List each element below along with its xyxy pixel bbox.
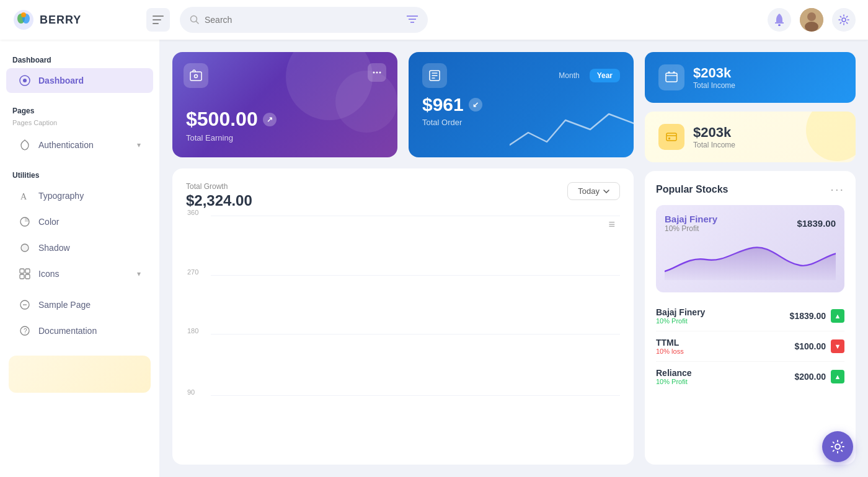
- stock-banner-profit: 10% Profit: [665, 224, 717, 233]
- sidebar-item-authentication[interactable]: Authentication ▾: [6, 133, 153, 157]
- sidebar-item-authentication-label: Authentication: [38, 140, 94, 150]
- stock-profit-1: 10% loss: [656, 348, 684, 355]
- svg-rect-26: [25, 274, 30, 279]
- card-total-order: Month Year $961 ↙ Total Order: [409, 52, 634, 157]
- notification-button[interactable]: [768, 8, 791, 32]
- sidebar-item-documentation[interactable]: ? Documentation: [6, 318, 153, 343]
- sample-page-icon: [19, 299, 31, 311]
- sidebar-item-sample-page-label: Sample Page: [38, 300, 91, 310]
- income-blue-icon: [658, 64, 684, 90]
- earning-label: Total Earning: [186, 133, 384, 142]
- stock-banner-name: Bajaj Finery: [665, 214, 717, 224]
- stock-list-item-2: Reliance 10% Profit $200.00 ▲: [656, 362, 844, 392]
- bar-chart-wrap: 360 270 180 90 ≡: [186, 216, 620, 414]
- layout: Dashboard Dashboard Pages Pages Caption …: [0, 40, 868, 477]
- svg-rect-5: [153, 19, 161, 20]
- stock-banner-top: Bajaj Finery 10% Profit $1839.00: [665, 214, 836, 233]
- sidebar-section-utilities: Utilities: [0, 166, 159, 182]
- order-tab-group: Month Year: [551, 69, 620, 82]
- main-right: $203k Total Income $203k Total Income: [645, 52, 856, 465]
- card-total-earning: $500.00 ↗ Total Earning: [172, 52, 397, 157]
- svg-point-12: [778, 24, 781, 26]
- income-blue-label: Total Income: [693, 81, 735, 90]
- chevron-down-icon: ▾: [137, 141, 141, 149]
- card-income-yellow: $203k Total Income: [645, 112, 856, 162]
- avatar[interactable]: [800, 8, 823, 32]
- svg-rect-24: [25, 269, 30, 273]
- sidebar-item-shadow[interactable]: Shadow: [6, 235, 153, 260]
- stock-info-0: Bajaj Finery 10% Profit: [656, 307, 705, 325]
- search-bar: [180, 7, 428, 33]
- svg-line-8: [197, 22, 199, 24]
- stock-list-item-1: TTML 10% loss $100.00 ▼: [656, 331, 844, 362]
- svg-rect-23: [20, 269, 24, 273]
- sidebar-item-shadow-label: Shadow: [38, 243, 70, 253]
- svg-point-34: [376, 72, 378, 74]
- card-order-top: Month Year: [422, 63, 620, 88]
- authentication-icon: [19, 139, 31, 151]
- stock-list-item-0: Bajaj Finery 10% Profit $1839.00 ▲: [656, 301, 844, 331]
- sidebar-item-icons[interactable]: Icons ▾: [6, 261, 153, 286]
- earning-arrow-badge: ↗: [263, 113, 277, 126]
- svg-rect-39: [666, 133, 676, 141]
- svg-rect-25: [20, 274, 24, 279]
- logo: BERRY: [12, 9, 136, 31]
- svg-point-3: [21, 12, 26, 17]
- stock-mini-chart: [665, 238, 836, 281]
- svg-point-15: [805, 22, 818, 32]
- sidebar-item-dashboard[interactable]: Dashboard: [6, 68, 153, 93]
- documentation-icon: ?: [19, 325, 31, 337]
- chart-amount: $2,324.00: [186, 192, 252, 209]
- stocks-header: Popular Stocks ···: [656, 182, 844, 196]
- svg-rect-37: [666, 73, 677, 82]
- sidebar-item-color-label: Color: [38, 217, 59, 227]
- month-tab-button[interactable]: Month: [551, 69, 587, 82]
- order-card-icon: [422, 63, 447, 88]
- trend-up-badge-0: ▲: [831, 309, 844, 323]
- income-yellow-icon: [658, 124, 684, 150]
- sidebar-item-documentation-label: Documentation: [38, 326, 97, 336]
- sidebar-item-sample-page[interactable]: Sample Page: [6, 292, 153, 317]
- year-tab-button[interactable]: Year: [590, 69, 620, 82]
- svg-rect-41: [668, 138, 670, 139]
- sidebar-item-typography[interactable]: A Typography: [6, 183, 153, 208]
- stock-chart-banner: Bajaj Finery 10% Profit $1839.00: [656, 205, 844, 292]
- search-filter-button[interactable]: [407, 15, 418, 25]
- sidebar-section-dashboard: Dashboard: [0, 51, 159, 67]
- stocks-title: Popular Stocks: [656, 184, 728, 195]
- svg-rect-6: [153, 23, 159, 24]
- search-input[interactable]: [205, 15, 402, 25]
- trend-up-badge-2: ▲: [831, 370, 844, 383]
- svg-point-35: [379, 72, 381, 74]
- popular-stocks-card: Popular Stocks ··· Bajaj Finery 10% Prof…: [645, 171, 856, 465]
- today-filter-button[interactable]: Today: [567, 182, 620, 200]
- logo-icon: [12, 9, 35, 31]
- stocks-menu-icon[interactable]: ···: [830, 182, 844, 196]
- chart-header: Total Growth $2,324.00 Today: [186, 182, 620, 209]
- wave-chart: [510, 102, 634, 157]
- sidebar-item-color[interactable]: Color: [6, 209, 153, 234]
- stock-right-1: $100.00 ▼: [794, 339, 844, 353]
- sidebar-item-dashboard-label: Dashboard: [38, 76, 84, 85]
- stock-right-0: $1839.00 ▲: [790, 309, 844, 323]
- fab-button[interactable]: [822, 431, 853, 462]
- dashboard-icon: [19, 74, 31, 87]
- income-yellow-label: Total Income: [693, 141, 735, 149]
- settings-button[interactable]: [832, 8, 856, 32]
- svg-text:A: A: [20, 192, 27, 201]
- stock-price-1: $100.00: [794, 341, 826, 351]
- sidebar-item-typography-label: Typography: [38, 191, 84, 201]
- income-yellow-amount: $203k: [693, 125, 735, 141]
- stock-right-2: $200.00 ▲: [794, 370, 844, 383]
- sidebar-section-pages: Pages: [0, 102, 159, 118]
- bg-pattern: [806, 112, 856, 161]
- earning-card-menu[interactable]: [368, 63, 386, 82]
- header: BERRY: [0, 0, 868, 40]
- logo-text: BERRY: [40, 14, 81, 27]
- svg-rect-4: [153, 15, 164, 17]
- shadow-icon: [19, 242, 31, 254]
- income-blue-amount: $203k: [693, 65, 735, 81]
- bg-circle-2: [335, 71, 397, 133]
- menu-button[interactable]: [146, 8, 170, 32]
- stock-name-1: TTML: [656, 338, 684, 348]
